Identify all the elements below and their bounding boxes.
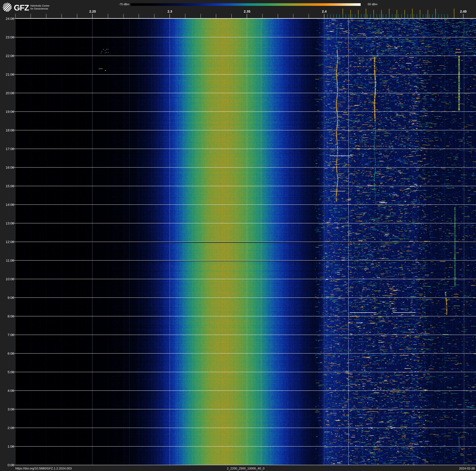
time-label: 17:00	[0, 147, 14, 151]
colorbar-max-label: -55 dBm	[367, 3, 377, 6]
freq-label: 2.4	[315, 10, 334, 14]
time-label: 21:00	[0, 72, 14, 76]
time-label: 15:00	[0, 184, 14, 188]
gfz-logo-icon	[2, 2, 12, 12]
time-label: 9:00	[0, 296, 14, 300]
freq-label: 2.3	[161, 10, 179, 14]
time-label: 16:00	[0, 165, 14, 170]
colorbar-min-label: -75 dBm	[112, 3, 129, 6]
freq-label: 2.35	[238, 10, 256, 14]
time-label: 12:00	[0, 240, 14, 244]
time-label: 10:00	[0, 277, 14, 281]
time-label: 23:00	[0, 35, 14, 39]
gfz-tagline-line2: for Geosciences	[30, 7, 50, 10]
time-label: 2:00	[0, 426, 14, 430]
time-label: 8:00	[0, 314, 14, 318]
time-label: 4:00	[0, 389, 14, 393]
freq-label: 2.25	[83, 10, 102, 14]
spectrogram-page: GFZ Helmholtz Centre for Geosciences -75…	[0, 0, 476, 471]
gfz-tagline-line1: Helmholtz Centre	[30, 4, 50, 7]
time-label: 5:00	[0, 370, 14, 374]
footer-dataset-id: 2_2200_2500_10000_40_0	[15, 467, 476, 470]
gfz-wordmark: GFZ	[14, 4, 29, 12]
time-label: 18:00	[0, 128, 14, 132]
time-label: 7:00	[0, 333, 14, 337]
time-label: 20:00	[0, 91, 14, 95]
time-label: 1:00	[0, 445, 14, 449]
time-label: 14:00	[0, 203, 14, 207]
time-label: 6:00	[0, 352, 14, 356]
time-label: 3:00	[0, 407, 14, 411]
time-label: 19:00	[0, 110, 14, 114]
freq-label: 2.49	[454, 10, 473, 14]
footer-date: 2024-02-26	[428, 467, 475, 470]
time-label: 13:00	[0, 221, 14, 225]
spectrogram-canvas	[0, 0, 476, 471]
time-label: 22:00	[0, 54, 14, 58]
time-label: 24:00	[0, 17, 14, 21]
gfz-branding: GFZ Helmholtz Centre for Geosciences	[2, 2, 50, 12]
gfz-tagline: Helmholtz Centre for Geosciences	[30, 4, 50, 10]
time-label: 11:00	[0, 259, 14, 263]
time-label: 0:00	[0, 463, 14, 467]
